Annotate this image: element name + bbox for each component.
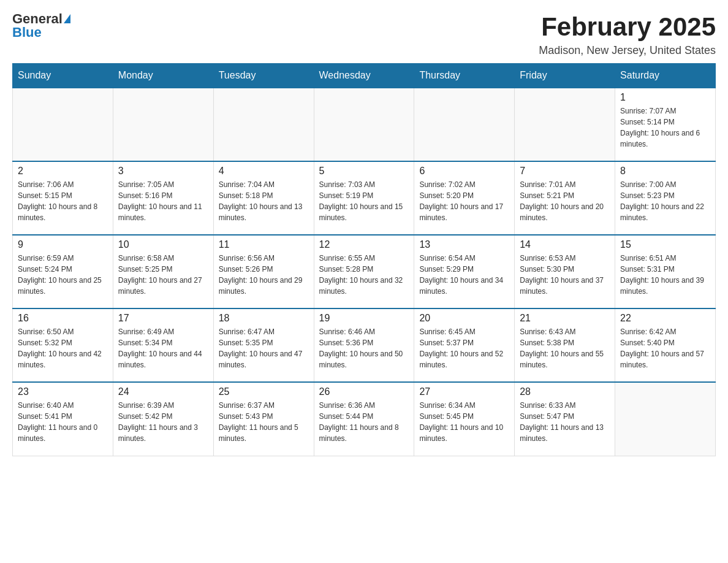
day-info: Sunrise: 7:07 AMSunset: 5:14 PMDaylight:… xyxy=(620,105,710,150)
calendar-day-cell xyxy=(213,88,314,161)
calendar-day-cell: 3 Sunrise: 7:05 AMSunset: 5:16 PMDayligh… xyxy=(113,161,213,235)
day-info: Sunrise: 7:00 AMSunset: 5:23 PMDaylight:… xyxy=(620,179,710,223)
day-number: 2 xyxy=(18,166,108,177)
calendar-day-cell: 13 Sunrise: 6:54 AMSunset: 5:29 PMDaylig… xyxy=(414,235,515,308)
calendar-day-cell xyxy=(615,382,716,456)
calendar-day-cell: 21 Sunrise: 6:43 AMSunset: 5:38 PMDaylig… xyxy=(515,308,615,382)
logo: General Blue xyxy=(12,12,70,39)
day-info: Sunrise: 6:36 AMSunset: 5:44 PMDaylight:… xyxy=(319,400,409,444)
day-info: Sunrise: 6:51 AMSunset: 5:31 PMDaylight:… xyxy=(620,253,710,297)
day-info: Sunrise: 6:50 AMSunset: 5:32 PMDaylight:… xyxy=(18,326,108,370)
day-number: 6 xyxy=(419,166,509,177)
calendar-day-cell: 2 Sunrise: 7:06 AMSunset: 5:15 PMDayligh… xyxy=(13,161,113,235)
day-info: Sunrise: 6:56 AMSunset: 5:26 PMDaylight:… xyxy=(219,253,309,297)
day-info: Sunrise: 7:03 AMSunset: 5:19 PMDaylight:… xyxy=(319,179,409,223)
calendar-day-cell: 10 Sunrise: 6:58 AMSunset: 5:25 PMDaylig… xyxy=(113,235,213,308)
day-number: 7 xyxy=(520,166,610,177)
day-number: 23 xyxy=(18,386,108,397)
day-info: Sunrise: 6:33 AMSunset: 5:47 PMDaylight:… xyxy=(520,400,610,444)
day-number: 14 xyxy=(520,239,610,250)
day-info: Sunrise: 6:58 AMSunset: 5:25 PMDaylight:… xyxy=(118,253,208,297)
day-number: 18 xyxy=(219,313,309,324)
calendar-table: SundayMondayTuesdayWednesdayThursdayFrid… xyxy=(12,63,716,456)
calendar-day-cell xyxy=(113,88,213,161)
calendar-day-cell: 6 Sunrise: 7:02 AMSunset: 5:20 PMDayligh… xyxy=(414,161,515,235)
day-info: Sunrise: 6:43 AMSunset: 5:38 PMDaylight:… xyxy=(520,326,610,370)
day-info: Sunrise: 6:46 AMSunset: 5:36 PMDaylight:… xyxy=(319,326,409,370)
calendar-day-cell: 7 Sunrise: 7:01 AMSunset: 5:21 PMDayligh… xyxy=(515,161,615,235)
day-info: Sunrise: 6:47 AMSunset: 5:35 PMDaylight:… xyxy=(219,326,309,370)
day-info: Sunrise: 6:49 AMSunset: 5:34 PMDaylight:… xyxy=(118,326,208,370)
calendar-day-cell: 19 Sunrise: 6:46 AMSunset: 5:36 PMDaylig… xyxy=(314,308,414,382)
page-header: General Blue February 2025 Madison, New … xyxy=(12,12,716,57)
calendar-day-cell: 28 Sunrise: 6:33 AMSunset: 5:47 PMDaylig… xyxy=(515,382,615,456)
calendar-day-cell: 17 Sunrise: 6:49 AMSunset: 5:34 PMDaylig… xyxy=(113,308,213,382)
day-number: 3 xyxy=(118,166,208,177)
calendar-day-cell xyxy=(13,88,113,161)
calendar-day-cell: 1 Sunrise: 7:07 AMSunset: 5:14 PMDayligh… xyxy=(615,88,716,161)
calendar-day-cell xyxy=(314,88,414,161)
day-info: Sunrise: 6:34 AMSunset: 5:45 PMDaylight:… xyxy=(419,400,509,444)
logo-blue-text: Blue xyxy=(12,26,42,39)
day-info: Sunrise: 6:59 AMSunset: 5:24 PMDaylight:… xyxy=(18,253,108,297)
title-block: February 2025 Madison, New Jersey, Unite… xyxy=(539,12,716,57)
subtitle: Madison, New Jersey, United States xyxy=(539,44,716,57)
day-info: Sunrise: 6:39 AMSunset: 5:42 PMDaylight:… xyxy=(118,400,208,444)
calendar-day-cell: 18 Sunrise: 6:47 AMSunset: 5:35 PMDaylig… xyxy=(213,308,314,382)
calendar-day-header: Friday xyxy=(515,64,615,88)
calendar-day-header: Monday xyxy=(113,64,213,88)
calendar-day-cell: 24 Sunrise: 6:39 AMSunset: 5:42 PMDaylig… xyxy=(113,382,213,456)
day-number: 1 xyxy=(620,92,710,103)
calendar-day-cell: 27 Sunrise: 6:34 AMSunset: 5:45 PMDaylig… xyxy=(414,382,515,456)
calendar-day-cell xyxy=(515,88,615,161)
calendar-day-cell xyxy=(414,88,515,161)
calendar-day-header: Tuesday xyxy=(213,64,314,88)
day-info: Sunrise: 7:06 AMSunset: 5:15 PMDaylight:… xyxy=(18,179,108,223)
calendar-day-cell: 11 Sunrise: 6:56 AMSunset: 5:26 PMDaylig… xyxy=(213,235,314,308)
day-number: 8 xyxy=(620,166,710,177)
day-number: 16 xyxy=(18,313,108,324)
calendar-week-row: 2 Sunrise: 7:06 AMSunset: 5:15 PMDayligh… xyxy=(13,161,716,235)
day-info: Sunrise: 7:05 AMSunset: 5:16 PMDaylight:… xyxy=(118,179,208,223)
calendar-day-cell: 15 Sunrise: 6:51 AMSunset: 5:31 PMDaylig… xyxy=(615,235,716,308)
day-info: Sunrise: 6:55 AMSunset: 5:28 PMDaylight:… xyxy=(319,253,409,297)
calendar-day-cell: 26 Sunrise: 6:36 AMSunset: 5:44 PMDaylig… xyxy=(314,382,414,456)
calendar-day-cell: 23 Sunrise: 6:40 AMSunset: 5:41 PMDaylig… xyxy=(13,382,113,456)
day-info: Sunrise: 6:37 AMSunset: 5:43 PMDaylight:… xyxy=(219,400,309,444)
calendar-day-header: Sunday xyxy=(13,64,113,88)
calendar-day-cell: 12 Sunrise: 6:55 AMSunset: 5:28 PMDaylig… xyxy=(314,235,414,308)
day-number: 11 xyxy=(219,239,309,250)
day-number: 26 xyxy=(319,386,409,397)
day-info: Sunrise: 6:42 AMSunset: 5:40 PMDaylight:… xyxy=(620,326,710,370)
day-number: 13 xyxy=(419,239,509,250)
day-info: Sunrise: 7:01 AMSunset: 5:21 PMDaylight:… xyxy=(520,179,610,223)
calendar-week-row: 23 Sunrise: 6:40 AMSunset: 5:41 PMDaylig… xyxy=(13,382,716,456)
calendar-week-row: 9 Sunrise: 6:59 AMSunset: 5:24 PMDayligh… xyxy=(13,235,716,308)
day-number: 22 xyxy=(620,313,710,324)
calendar-day-cell: 5 Sunrise: 7:03 AMSunset: 5:19 PMDayligh… xyxy=(314,161,414,235)
calendar-day-cell: 9 Sunrise: 6:59 AMSunset: 5:24 PMDayligh… xyxy=(13,235,113,308)
day-number: 10 xyxy=(118,239,208,250)
calendar-day-cell: 16 Sunrise: 6:50 AMSunset: 5:32 PMDaylig… xyxy=(13,308,113,382)
day-number: 28 xyxy=(520,386,610,397)
calendar-header-row: SundayMondayTuesdayWednesdayThursdayFrid… xyxy=(13,64,716,88)
calendar-day-cell: 14 Sunrise: 6:53 AMSunset: 5:30 PMDaylig… xyxy=(515,235,615,308)
calendar-day-header: Thursday xyxy=(414,64,515,88)
calendar-week-row: 1 Sunrise: 7:07 AMSunset: 5:14 PMDayligh… xyxy=(13,88,716,161)
calendar-day-cell: 25 Sunrise: 6:37 AMSunset: 5:43 PMDaylig… xyxy=(213,382,314,456)
calendar-day-cell: 4 Sunrise: 7:04 AMSunset: 5:18 PMDayligh… xyxy=(213,161,314,235)
day-info: Sunrise: 6:45 AMSunset: 5:37 PMDaylight:… xyxy=(419,326,509,370)
day-number: 19 xyxy=(319,313,409,324)
day-number: 9 xyxy=(18,239,108,250)
calendar-day-header: Wednesday xyxy=(314,64,414,88)
day-number: 21 xyxy=(520,313,610,324)
day-info: Sunrise: 7:04 AMSunset: 5:18 PMDaylight:… xyxy=(219,179,309,223)
day-number: 12 xyxy=(319,239,409,250)
calendar-day-cell: 20 Sunrise: 6:45 AMSunset: 5:37 PMDaylig… xyxy=(414,308,515,382)
day-number: 20 xyxy=(419,313,509,324)
day-info: Sunrise: 7:02 AMSunset: 5:20 PMDaylight:… xyxy=(419,179,509,223)
logo-general-text: General xyxy=(12,12,63,26)
calendar-day-cell: 22 Sunrise: 6:42 AMSunset: 5:40 PMDaylig… xyxy=(615,308,716,382)
day-info: Sunrise: 6:53 AMSunset: 5:30 PMDaylight:… xyxy=(520,253,610,297)
calendar-day-header: Saturday xyxy=(615,64,716,88)
